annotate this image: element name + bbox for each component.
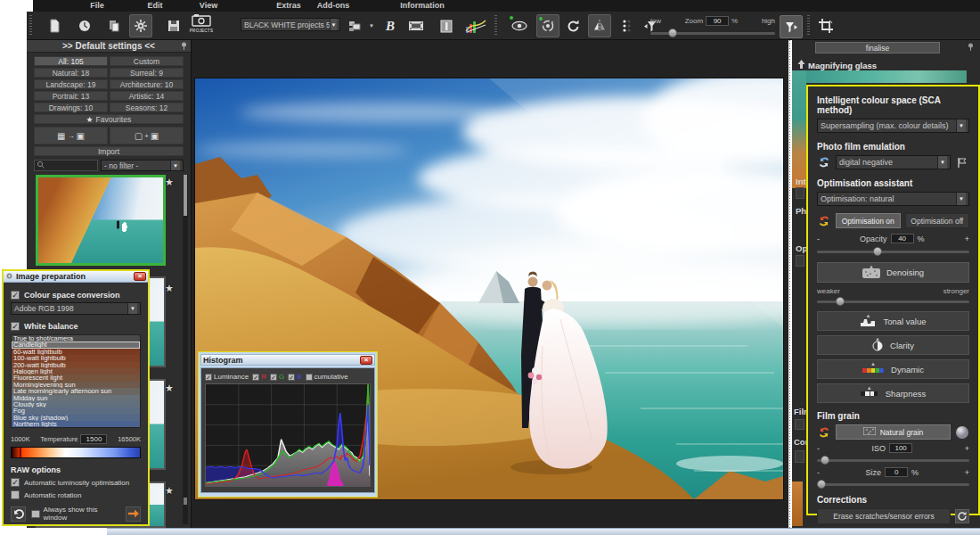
opacity-slider-thumb[interactable] bbox=[873, 247, 882, 256]
denoising-button[interactable]: ▲ Denoising bbox=[817, 262, 969, 283]
toolbar-drag-handle[interactable] bbox=[29, 15, 32, 37]
plus-button[interactable]: + bbox=[965, 468, 969, 477]
category-button[interactable]: Drawings: 10 bbox=[34, 103, 108, 112]
pin-icon[interactable] bbox=[180, 42, 188, 50]
grain-stone-icon[interactable] bbox=[955, 425, 969, 440]
manual-button[interactable] bbox=[435, 14, 458, 37]
preset-scrollbar[interactable] bbox=[183, 175, 188, 524]
white-balance-item[interactable]: Fluorescent light bbox=[12, 374, 140, 381]
optimisation-select[interactable]: Optimisation: natural▼ bbox=[817, 192, 969, 206]
reset-icon[interactable] bbox=[817, 214, 831, 228]
channel-checkbox[interactable]: ✓ bbox=[270, 374, 277, 381]
sca-select[interactable]: Supersampling (max. colour details)▼ bbox=[817, 119, 969, 133]
plus-button[interactable]: + bbox=[965, 235, 969, 243]
category-button[interactable]: Custom bbox=[110, 56, 184, 66]
category-button[interactable]: Seasons: 12 bbox=[110, 103, 184, 112]
colour-space-select[interactable]: Adobe RGB 1998▼ bbox=[11, 302, 141, 315]
minus-button[interactable]: - bbox=[817, 235, 820, 243]
realtime-preview-button[interactable] bbox=[536, 14, 559, 37]
pin-icon[interactable] bbox=[967, 43, 975, 51]
category-button[interactable]: Landscape: 19 bbox=[34, 79, 108, 89]
menu-information[interactable]: Information bbox=[400, 1, 445, 10]
undo-button[interactable] bbox=[11, 506, 26, 522]
erase-scratches-button[interactable]: Erase scratches/sensor errors bbox=[817, 508, 951, 524]
white-balance-item[interactable]: 200-watt lightbulb bbox=[12, 362, 140, 368]
preset-search-input[interactable] bbox=[34, 160, 98, 171]
batch-processing-button[interactable]: ▼ bbox=[346, 14, 376, 37]
white-balance-item[interactable]: Northern lights bbox=[12, 421, 140, 427]
dynamic-button[interactable]: ▲ Dynamic bbox=[817, 359, 969, 379]
menu-edit[interactable]: Edit bbox=[148, 1, 163, 10]
histogram-toggle-button[interactable] bbox=[461, 14, 490, 37]
denoising-slider-thumb[interactable] bbox=[836, 297, 845, 306]
category-button[interactable]: Surreal: 9 bbox=[110, 68, 184, 78]
iso-input[interactable]: 100 bbox=[889, 443, 912, 453]
history-button[interactable] bbox=[73, 14, 96, 37]
channel-checkbox[interactable]: ✓ bbox=[205, 374, 212, 381]
white-balance-item[interactable]: Candlelight bbox=[12, 342, 140, 348]
white-balance-item[interactable]: 60-watt lightbulb bbox=[12, 349, 140, 355]
histogram-titlebar[interactable]: Histogram × bbox=[200, 354, 375, 366]
always-show-checkbox[interactable] bbox=[31, 510, 40, 518]
mirror-button[interactable] bbox=[588, 14, 611, 37]
sort-options-button[interactable] bbox=[615, 14, 638, 37]
export-presets-button[interactable]: ▦→▣ bbox=[34, 127, 108, 144]
filmstrip-button[interactable] bbox=[404, 14, 428, 37]
size-input[interactable]: 0 bbox=[885, 467, 908, 477]
favourite-star-icon[interactable]: ★ bbox=[165, 283, 174, 294]
presets-header[interactable]: >> Default settings << bbox=[27, 40, 191, 53]
iso-slider-thumb[interactable] bbox=[821, 456, 829, 465]
menu-extras[interactable]: Extras bbox=[276, 1, 301, 10]
new-file-button[interactable] bbox=[43, 14, 66, 37]
white-balance-item[interactable]: Morning/evening sun bbox=[12, 382, 140, 388]
zoom-in-button[interactable] bbox=[780, 15, 803, 38]
import-button[interactable]: Import bbox=[34, 146, 184, 156]
recalculate-button[interactable] bbox=[562, 14, 585, 37]
category-button[interactable]: Architecture: 10 bbox=[110, 79, 184, 89]
white-balance-item[interactable]: Fog bbox=[12, 407, 140, 414]
finalise-button[interactable]: finalise bbox=[815, 42, 940, 54]
category-button[interactable]: Natural: 18 bbox=[34, 68, 108, 78]
zoom-slider[interactable] bbox=[650, 32, 775, 35]
optimisation-off-button[interactable]: Optimisation off bbox=[905, 213, 970, 228]
menu-addons[interactable]: Add-ons bbox=[317, 1, 350, 10]
close-icon[interactable]: × bbox=[360, 356, 372, 365]
erase-tool-icon[interactable] bbox=[955, 509, 969, 523]
image-prep-titlebar[interactable]: Image preparation × bbox=[4, 271, 148, 283]
size-slider[interactable] bbox=[817, 483, 969, 486]
preset-filter-select[interactable]: - no filter -▼ bbox=[101, 160, 184, 171]
temperature-gradient-slider[interactable] bbox=[11, 447, 141, 458]
minus-button[interactable]: - bbox=[817, 468, 820, 477]
white-balance-item[interactable]: Halogen light bbox=[12, 368, 140, 374]
category-button[interactable]: All: 105 bbox=[34, 56, 108, 66]
clarity-button[interactable]: ▲ Clarity bbox=[817, 335, 969, 355]
white-balance-item[interactable]: Midday sun bbox=[12, 395, 140, 401]
minus-button[interactable]: - bbox=[817, 444, 820, 453]
film-emulation-select[interactable]: digital negative▼ bbox=[836, 155, 951, 169]
continue-button[interactable] bbox=[126, 506, 141, 522]
white-balance-item[interactable]: True to shot/camera bbox=[12, 335, 140, 342]
magnifying-glass-header[interactable]: Magnifying glass bbox=[797, 60, 877, 70]
category-button[interactable]: Artistic: 14 bbox=[110, 91, 184, 101]
reset-icon[interactable] bbox=[817, 425, 831, 440]
channel-checkbox[interactable]: ✓ bbox=[252, 374, 259, 381]
iso-slider[interactable] bbox=[817, 459, 969, 462]
favourite-star-icon[interactable]: ★ bbox=[165, 177, 174, 188]
refresh-icon[interactable] bbox=[817, 155, 831, 169]
natural-grain-button[interactable]: Natural grain bbox=[836, 424, 951, 440]
menu-file[interactable]: File bbox=[90, 1, 104, 10]
raw-option-checkbox[interactable] bbox=[11, 490, 20, 499]
size-slider-thumb[interactable] bbox=[817, 480, 826, 489]
white-balance-item[interactable]: 100-watt lightbulb bbox=[12, 355, 140, 361]
settings-button[interactable] bbox=[129, 14, 152, 37]
sharpness-button[interactable]: ▲ Sharpness bbox=[817, 383, 969, 403]
white-balance-item[interactable]: Late morning/early afternoon sun bbox=[12, 388, 140, 394]
zoom-value-input[interactable]: 90 bbox=[706, 16, 729, 26]
optimisation-on-button[interactable]: Optimisation on bbox=[836, 213, 901, 228]
preview-original-button[interactable] bbox=[508, 14, 531, 37]
zoom-slider-thumb[interactable] bbox=[668, 29, 677, 37]
tonal-value-button[interactable]: ▲ Tonal value bbox=[817, 311, 969, 331]
white-balance-item[interactable]: Cloudy sky bbox=[12, 401, 140, 407]
denoising-slider[interactable] bbox=[817, 300, 969, 303]
temperature-input[interactable]: 1500 bbox=[80, 434, 107, 444]
